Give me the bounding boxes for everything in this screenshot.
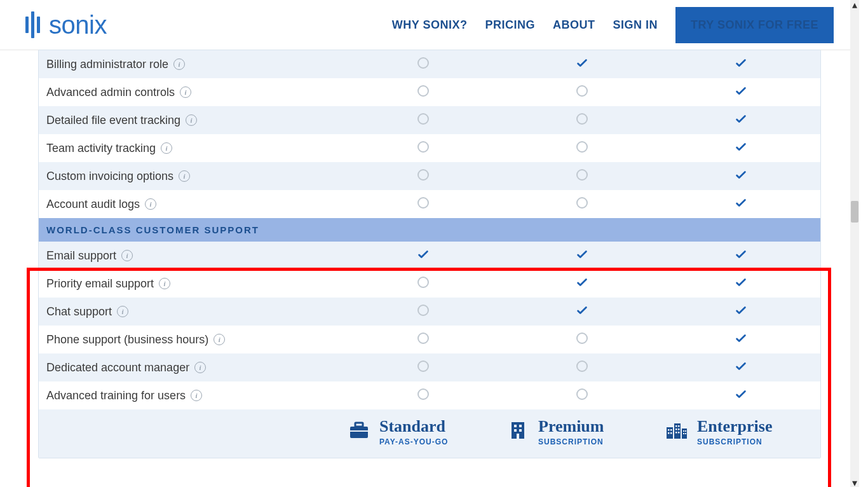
- checkmark-icon: [575, 303, 589, 317]
- feature-cell: [344, 247, 503, 264]
- info-icon[interactable]: i: [191, 390, 202, 401]
- logo[interactable]: sonix: [25, 11, 107, 39]
- feature-cell: [661, 387, 820, 404]
- not-included-icon: [417, 85, 429, 97]
- svg-rect-4: [514, 425, 517, 427]
- plan-column[interactable]: PremiumSUBSCRIPTION: [503, 418, 661, 446]
- feature-label: Priority email support i: [39, 271, 344, 297]
- feature-cell: [344, 113, 503, 127]
- svg-rect-12: [668, 429, 670, 431]
- feature-cell: [661, 359, 820, 376]
- feature-label: Email support i: [39, 243, 344, 269]
- feature-label: Account audit logs i: [39, 191, 344, 217]
- checkmark-icon: [734, 168, 748, 182]
- feature-cell: [503, 56, 661, 72]
- feature-cell: [661, 84, 820, 100]
- not-included-icon: [576, 333, 588, 344]
- plan-footer: StandardPAY-AS-YOU-GOPremiumSUBSCRIPTION…: [39, 409, 820, 458]
- svg-rect-17: [678, 425, 680, 427]
- not-included-icon: [576, 360, 588, 372]
- info-icon[interactable]: i: [121, 250, 133, 261]
- feature-cell: [661, 112, 820, 128]
- info-icon[interactable]: i: [180, 86, 191, 98]
- feature-cell: [344, 197, 503, 211]
- feature-cell: [503, 275, 661, 292]
- feature-cell: [503, 360, 661, 374]
- info-icon[interactable]: i: [159, 278, 170, 289]
- feature-label: Advanced training for users i: [39, 383, 344, 409]
- plan-sub: SUBSCRIPTION: [697, 437, 772, 446]
- checkmark-icon: [734, 140, 748, 154]
- scroll-up-arrow[interactable]: ▴: [850, 0, 859, 9]
- not-included-icon: [417, 277, 429, 288]
- feature-cell: [344, 388, 503, 402]
- feature-cell: [344, 305, 503, 319]
- feature-label: Chat support i: [39, 299, 344, 325]
- nav-why[interactable]: WHY SONIX?: [392, 18, 468, 32]
- scrollbar-track[interactable]: ▴ ▾: [850, 0, 859, 487]
- feature-label: Advanced admin controls i: [39, 79, 344, 106]
- svg-rect-24: [683, 433, 684, 434]
- logo-text: sonix: [49, 11, 107, 39]
- feature-cell: [661, 168, 820, 184]
- feature-row: Email support i: [39, 242, 820, 270]
- info-icon[interactable]: i: [179, 170, 190, 182]
- try-free-button[interactable]: TRY SONIX FOR FREE: [675, 7, 834, 43]
- info-icon[interactable]: i: [194, 362, 206, 373]
- not-included-icon: [417, 113, 429, 125]
- feature-cell: [661, 303, 820, 320]
- nav-about[interactable]: ABOUT: [553, 18, 595, 32]
- svg-rect-0: [350, 427, 368, 438]
- checkmark-icon: [734, 303, 748, 317]
- city-icon: [665, 421, 688, 440]
- checkmark-icon: [734, 56, 748, 70]
- info-icon[interactable]: i: [161, 142, 172, 154]
- feature-cell: [503, 197, 661, 211]
- checkmark-icon: [734, 359, 748, 373]
- plan-column[interactable]: EnterpriseSUBSCRIPTION: [661, 418, 820, 446]
- site-header: sonix WHY SONIX? PRICING ABOUT SIGN IN T…: [0, 0, 859, 50]
- feature-cell: [344, 85, 503, 99]
- feature-cell: [661, 247, 820, 264]
- nav-pricing[interactable]: PRICING: [485, 18, 535, 32]
- scrollbar-thumb[interactable]: [851, 201, 858, 223]
- feature-row: Phone support (business hours) i: [39, 326, 820, 353]
- feature-cell: [503, 85, 661, 99]
- info-icon[interactable]: i: [214, 334, 225, 345]
- feature-cell: [344, 277, 503, 291]
- svg-rect-15: [670, 432, 672, 434]
- svg-rect-16: [675, 425, 677, 427]
- svg-rect-8: [517, 434, 519, 439]
- not-included-icon: [576, 85, 588, 97]
- info-icon[interactable]: i: [145, 198, 156, 210]
- nav-signin[interactable]: SIGN IN: [613, 18, 658, 32]
- svg-rect-25: [685, 433, 686, 434]
- plan-column[interactable]: StandardPAY-AS-YOU-GO: [344, 418, 503, 446]
- not-included-icon: [417, 305, 429, 316]
- info-icon[interactable]: i: [117, 306, 128, 317]
- scroll-down-arrow[interactable]: ▾: [850, 478, 859, 487]
- logo-icon: [25, 11, 40, 38]
- info-icon[interactable]: i: [173, 58, 185, 70]
- plan-name: Standard: [379, 418, 448, 435]
- feature-cell: [344, 57, 503, 71]
- checkmark-icon: [416, 247, 430, 261]
- feature-row: Advanced admin controls i: [39, 78, 820, 106]
- svg-rect-21: [678, 432, 680, 434]
- svg-rect-1: [355, 423, 363, 427]
- checkmark-icon: [734, 387, 748, 401]
- feature-cell: [661, 196, 820, 212]
- feature-cell: [661, 56, 820, 72]
- feature-row: Chat support i: [39, 298, 820, 326]
- checkmark-icon: [734, 84, 748, 98]
- not-included-icon: [417, 360, 429, 372]
- info-icon[interactable]: i: [186, 114, 197, 126]
- feature-cell: [503, 247, 661, 264]
- pricing-comparison-table: Billing administrator role iAdvanced adm…: [38, 50, 821, 458]
- feature-cell: [661, 275, 820, 292]
- not-included-icon: [576, 169, 588, 181]
- not-included-icon: [417, 197, 429, 209]
- not-included-icon: [576, 141, 588, 153]
- svg-rect-7: [519, 429, 522, 432]
- checkmark-icon: [734, 247, 748, 261]
